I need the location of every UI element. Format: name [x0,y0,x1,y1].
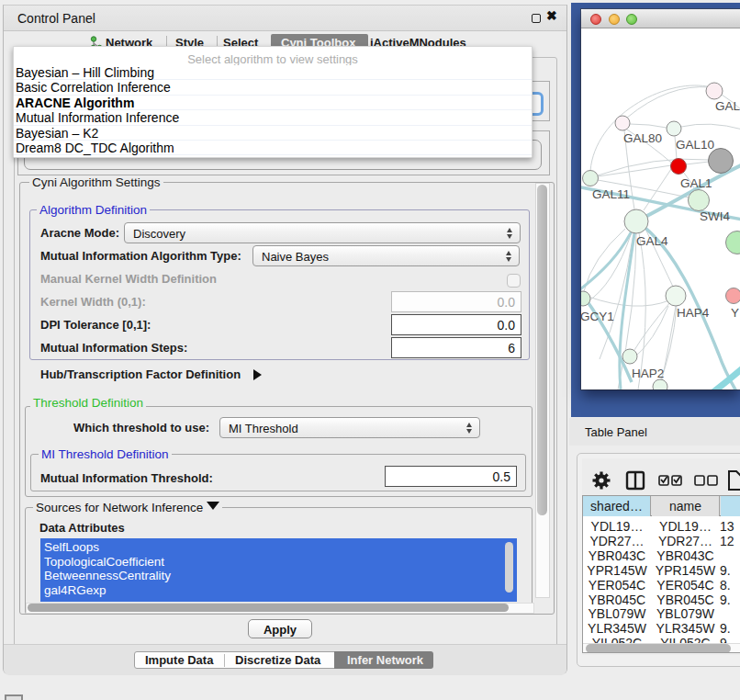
svg-text:GAL80: GAL80 [623,131,662,145]
svg-text:GAL11: GAL11 [592,187,630,201]
svg-text:GCY1: GCY1 [581,310,614,323]
svg-text:SWI4: SWI4 [700,209,730,223]
svg-text:Y: Y [731,306,739,320]
svg-text:GAL10: GAL10 [676,138,714,152]
svg-text:HAP2: HAP2 [632,367,664,380]
svg-text:GAL7: GAL7 [715,99,740,113]
svg-text:GAL4: GAL4 [636,234,668,248]
svg-text:GAL1: GAL1 [680,176,712,190]
svg-text:HAP4: HAP4 [677,306,710,320]
